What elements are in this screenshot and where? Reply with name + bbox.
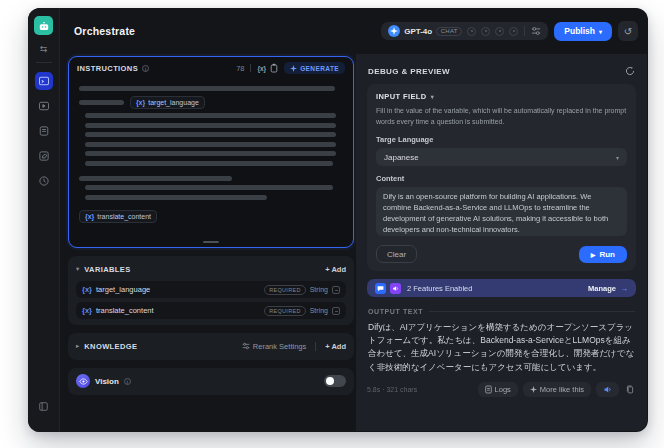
orchestrate-icon [38,75,50,87]
redacted-text-bar [85,151,336,156]
required-badge: REQUIRED [264,285,305,295]
form-actions: Clear ▶ Run [376,245,627,263]
clear-button[interactable]: Clear [376,245,417,263]
copy-output-button[interactable] [624,382,636,397]
debug-header: DEBUG & PREVIEW [368,66,635,76]
prompt-line [79,86,343,91]
copy-icon [626,385,634,394]
features-enabled-text: 2 Features Enabled [407,284,472,293]
sidebar-item-preview[interactable] [35,97,53,115]
run-button[interactable]: ▶ Run [579,246,627,263]
rerank-label: Rerank Settings [253,342,306,351]
prompt-line [79,113,343,118]
logs-button[interactable]: Logs [478,382,518,397]
variable-chip[interactable]: {x}target_language [130,96,205,109]
run-label: Run [599,250,615,259]
refresh-icon[interactable] [625,66,635,76]
play-icon: ▶ [591,251,596,258]
prompt-line [79,151,343,156]
input-field-header[interactable]: INPUT FIELD ▾ [376,92,627,101]
prompt-line: {x}translate_content [79,210,343,223]
model-params-icon[interactable] [531,26,541,36]
variable-row[interactable]: {x} target_language REQUIRED String [76,281,346,298]
chevron-down-icon: ▾ [599,28,602,35]
prompt-line [79,176,343,181]
log-icon [485,385,492,394]
toolbar-divider [250,64,251,72]
vision-toggle[interactable] [324,375,346,387]
variable-prefix: {x} [82,306,92,315]
instructions-header: INSTRUCTIONS i 78 {x} GENERATE [69,57,353,79]
rerank-settings-button[interactable]: Rerank Settings [242,342,306,351]
variable-type: String [310,307,328,314]
variable-name: translate_content [97,213,151,220]
add-knowledge-button[interactable]: + Add [325,342,346,351]
sidebar-item-monitoring[interactable] [35,172,53,190]
prompt-line [79,123,343,128]
variable-prefix: {x} [85,213,94,220]
chevron-down-icon[interactable]: ▾ [76,265,79,273]
sidebar-item-logs[interactable] [35,122,53,140]
redacted-text-bar [79,100,124,105]
debug-preview-panel: DEBUG & PREVIEW INPUT FIELD ▾ Fill in th… [356,54,647,431]
output-divider [429,311,635,312]
monitoring-icon [38,175,50,187]
content-textarea[interactable]: Dify is an open-source platform for buil… [376,187,627,236]
redacted-text-bar [85,142,336,147]
speaker-button[interactable] [596,382,619,397]
manage-features-link[interactable]: Manage [588,284,616,293]
content-label: Content [376,174,627,183]
output-footer: 5.8s · 321 chars Logs More like this [367,382,636,397]
speaker-icon [603,385,612,394]
output-text: Difyは、AIアプリケーションを構築するためのオープンソースプラットフォームで… [368,321,635,374]
select-value: Japanese [384,153,419,162]
chevron-right-icon[interactable]: ▸ [76,342,79,350]
prompt-line [79,185,343,190]
version-history-button[interactable]: ↺ [618,21,638,41]
input-field-card: INPUT FIELD ▾ Fill in the value of the v… [367,84,636,271]
publish-button[interactable]: Publish ▾ [554,22,612,41]
model-selector[interactable]: GPT-4o CHAT [381,22,548,40]
variable-chip[interactable]: {x}translate_content [79,210,157,223]
switch-app-icon[interactable]: ⇆ [40,44,48,54]
input-field-description: Fill in the value of the variable, which… [376,106,627,127]
knowledge-section: ▸ KNOWLEDGE Rerank Settings + Add [68,333,354,360]
add-variable-button[interactable]: + Add [325,265,346,274]
variables-header: ▾ VARIABLES + Add [76,261,346,277]
target-language-label: Targe Language [376,135,627,144]
resize-handle[interactable] [203,241,219,244]
info-icon: i [142,65,149,72]
panel-toggle-icon [38,401,49,412]
target-language-select[interactable]: Japanese ▾ [376,148,627,166]
prompt-line [79,195,343,200]
sidebar-item-annotation[interactable] [35,147,53,165]
generate-button[interactable]: GENERATE [284,62,345,74]
insert-variable-icon[interactable]: {x} [257,65,266,72]
input-field-title: INPUT FIELD [376,92,427,101]
prompt-line [79,142,343,147]
variable-row[interactable]: {x} translate_content REQUIRED String [76,302,346,319]
string-type-icon [332,286,340,294]
variable-name: target_language [96,285,150,294]
vision-section: Vision i [68,368,354,395]
top-bar: Orchestrate GPT-4o CHAT P [60,8,648,54]
variables-title: VARIABLES [84,265,130,274]
copy-prompt-icon[interactable] [270,63,278,73]
app-window: ⇆ [28,8,648,432]
features-bar[interactable]: 2 Features Enabled Manage → [367,279,636,297]
more-like-this-button[interactable]: More like this [523,382,591,397]
orchestrate-column: INSTRUCTIONS i 78 {x} GENERATE [68,56,354,432]
collapse-sidebar-icon[interactable] [35,397,53,415]
prompt-editor[interactable]: {x}target_language{x}translate_content [69,79,353,223]
sidebar-item-orchestrate[interactable] [35,72,53,90]
top-bar-actions: GPT-4o CHAT Publish ▾ ↺ [381,21,638,41]
prompt-line [79,132,343,137]
model-provider-icon [388,25,400,37]
app-logo[interactable] [34,16,53,35]
redacted-text-bar [85,195,267,200]
header-divider [315,342,316,351]
preview-icon [38,100,50,112]
prompt-line [79,161,343,166]
instructions-title: INSTRUCTIONS [77,64,138,73]
prompt-line: {x}target_language [79,96,343,109]
